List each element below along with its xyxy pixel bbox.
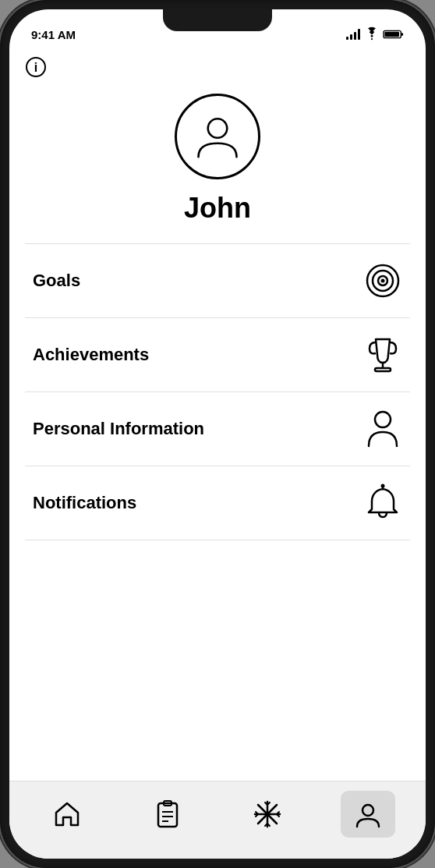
goals-icon xyxy=(363,261,402,300)
battery-icon xyxy=(384,29,404,40)
svg-rect-3 xyxy=(384,32,399,37)
svg-point-14 xyxy=(381,484,385,488)
person-icon xyxy=(363,409,402,448)
snowflake-tab-icon xyxy=(253,800,281,828)
tab-item-profile[interactable] xyxy=(341,791,395,838)
bell-icon xyxy=(363,484,402,523)
profile-tab-icon xyxy=(354,800,382,828)
signal-bars-icon xyxy=(346,29,360,40)
tab-item-home[interactable] xyxy=(40,791,94,838)
menu-item-personal-information[interactable]: Personal Information xyxy=(25,392,410,466)
info-icon-area: i xyxy=(25,56,410,78)
info-icon[interactable]: i xyxy=(25,56,47,78)
wifi-icon xyxy=(365,29,379,40)
notch xyxy=(163,9,272,31)
svg-point-13 xyxy=(375,412,391,427)
menu-item-notifications[interactable]: Notifications xyxy=(25,466,410,540)
svg-point-6 xyxy=(208,119,228,138)
avatar-icon xyxy=(190,109,245,164)
status-icons xyxy=(346,29,404,40)
svg-rect-15 xyxy=(158,803,177,827)
svg-point-24 xyxy=(362,805,373,816)
tab-bar xyxy=(9,781,426,859)
notes-tab-icon xyxy=(154,800,182,828)
avatar-section: John xyxy=(25,86,410,225)
phone-frame: 9:41 AM xyxy=(0,0,435,868)
tab-item-explore[interactable] xyxy=(240,791,295,838)
svg-point-10 xyxy=(381,279,385,283)
avatar xyxy=(175,94,260,179)
svg-point-0 xyxy=(371,38,373,40)
tab-item-notes[interactable] xyxy=(140,791,195,838)
status-time: 9:41 AM xyxy=(31,28,76,41)
menu-item-achievements[interactable]: Achievements xyxy=(25,318,410,392)
home-tab-icon xyxy=(53,800,81,828)
user-name: John xyxy=(184,192,251,225)
screen: 9:41 AM xyxy=(9,9,426,859)
menu-label-achievements: Achievements xyxy=(33,345,149,365)
menu-label-goals: Goals xyxy=(33,271,80,291)
content: i John Goals xyxy=(9,48,426,781)
svg-rect-12 xyxy=(375,368,391,371)
menu-label-personal-information: Personal Information xyxy=(33,419,204,439)
menu-list: Goals Achievements xyxy=(25,243,410,540)
svg-text:i: i xyxy=(34,61,37,74)
menu-item-goals[interactable]: Goals xyxy=(25,243,410,318)
trophy-icon xyxy=(363,335,402,374)
svg-rect-2 xyxy=(401,33,403,36)
menu-label-notifications: Notifications xyxy=(33,493,136,513)
